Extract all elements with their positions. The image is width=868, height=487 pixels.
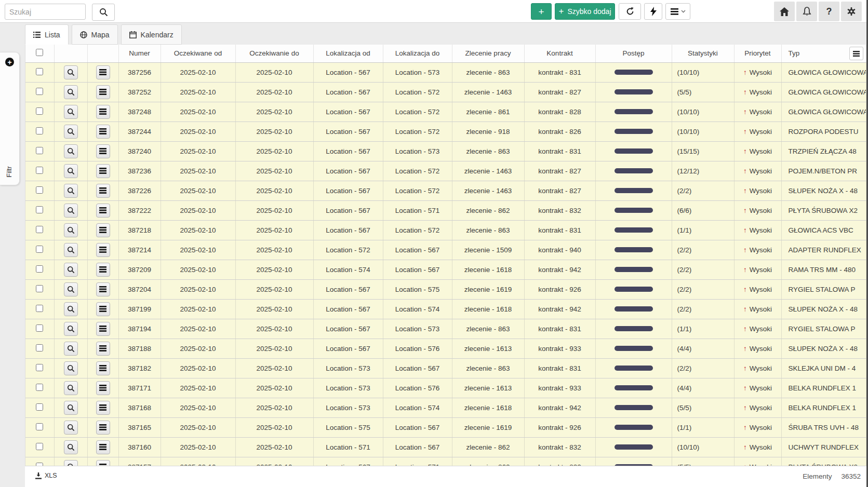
row-inspect-button[interactable] (64, 85, 78, 99)
table-row[interactable]: 387244 2025-02-10 2025-02-10 Location - … (25, 121, 866, 141)
table-row[interactable]: 387256 2025-02-10 2025-02-10 Location - … (25, 62, 866, 82)
row-menu-button[interactable] (96, 460, 110, 466)
row-inspect-button[interactable] (64, 460, 78, 466)
row-checkbox[interactable] (36, 167, 43, 174)
row-inspect-button[interactable] (64, 65, 78, 79)
row-checkbox[interactable] (36, 305, 43, 312)
row-checkbox[interactable] (36, 226, 43, 233)
expand-filter-button[interactable]: + (5, 58, 14, 66)
row-checkbox[interactable] (36, 265, 43, 273)
row-menu-button[interactable] (96, 204, 110, 218)
row-inspect-button[interactable] (64, 421, 78, 435)
row-inspect-button[interactable] (64, 204, 78, 218)
table-row[interactable]: 387188 2025-02-10 2025-02-10 Location - … (25, 339, 866, 358)
quick-add-button[interactable]: + Szybko dodaj (555, 3, 615, 20)
table-row[interactable]: 387182 2025-02-10 2025-02-10 Location - … (25, 358, 866, 378)
header-kontrakt[interactable]: Kontrakt (524, 45, 595, 62)
row-inspect-button[interactable] (64, 322, 78, 336)
table-row[interactable]: 387171 2025-02-10 2025-02-10 Location - … (25, 378, 866, 398)
table-row[interactable]: 387214 2025-02-10 2025-02-10 Location - … (25, 240, 866, 260)
row-checkbox[interactable] (36, 88, 43, 95)
table-row[interactable]: 387236 2025-02-10 2025-02-10 Location - … (25, 161, 866, 181)
row-menu-button[interactable] (96, 302, 110, 316)
row-inspect-button[interactable] (64, 263, 78, 277)
header-numer[interactable]: Numer (118, 45, 161, 62)
row-inspect-button[interactable] (64, 302, 78, 316)
tab-mapa[interactable]: Mapa (72, 24, 118, 45)
notifications-button[interactable] (796, 2, 817, 21)
table-row[interactable]: 387194 2025-02-10 2025-02-10 Location - … (25, 319, 866, 339)
row-menu-button[interactable] (96, 401, 110, 415)
actions-menu-button[interactable] (665, 3, 690, 20)
search-button[interactable] (92, 4, 115, 21)
row-checkbox[interactable] (36, 68, 43, 75)
row-menu-button[interactable] (96, 164, 110, 178)
header-postep[interactable]: Postęp (595, 45, 672, 62)
row-menu-button[interactable] (96, 342, 110, 356)
column-settings-button[interactable] (849, 47, 863, 60)
row-menu-button[interactable] (96, 263, 110, 277)
row-checkbox[interactable] (36, 344, 43, 351)
row-checkbox[interactable] (36, 403, 43, 411)
header-lokalizacja-do[interactable]: Lokalizacja do (383, 45, 452, 62)
row-menu-button[interactable] (96, 65, 110, 79)
tab-lista[interactable]: Lista (25, 24, 69, 45)
row-checkbox[interactable] (36, 285, 43, 292)
row-checkbox[interactable] (36, 384, 43, 391)
row-checkbox[interactable] (36, 364, 43, 371)
row-menu-button[interactable] (96, 85, 110, 99)
row-checkbox[interactable] (36, 443, 43, 450)
table-row[interactable]: 387218 2025-02-10 2025-02-10 Location - … (25, 220, 866, 240)
table-row[interactable]: 387240 2025-02-10 2025-02-10 Location - … (25, 141, 866, 161)
row-inspect-button[interactable] (64, 440, 78, 454)
table-row[interactable]: 387160 2025-02-10 2025-02-10 Location - … (25, 437, 866, 457)
row-checkbox[interactable] (36, 324, 43, 332)
header-zlecenie-pracy[interactable]: Zlecenie pracy (452, 45, 524, 62)
row-menu-button[interactable] (96, 322, 110, 336)
row-inspect-button[interactable] (64, 282, 78, 296)
row-checkbox[interactable] (36, 246, 43, 253)
home-button[interactable] (774, 2, 795, 21)
row-checkbox[interactable] (36, 107, 43, 115)
row-inspect-button[interactable] (64, 105, 78, 119)
table-row[interactable]: 387248 2025-02-10 2025-02-10 Location - … (25, 102, 866, 121)
refresh-button[interactable] (619, 3, 641, 20)
row-checkbox[interactable] (36, 127, 43, 134)
row-menu-button[interactable] (96, 381, 110, 395)
tab-kalendarz[interactable]: Kalendarz (121, 24, 182, 45)
row-inspect-button[interactable] (64, 361, 78, 375)
table-row[interactable]: 387252 2025-02-10 2025-02-10 Location - … (25, 82, 866, 102)
settings-button[interactable] (841, 2, 862, 21)
table-row[interactable]: 387157 2025-02-10 2025-02-10 Location - … (25, 457, 866, 466)
filter-panel-label[interactable]: Filtr (5, 166, 13, 178)
header-statystyki[interactable]: Statystyki (672, 45, 734, 62)
header-oczekiwane-od[interactable]: Oczekiwane od (161, 45, 235, 62)
row-menu-button[interactable] (96, 125, 110, 139)
row-checkbox[interactable] (36, 186, 43, 194)
export-xls-button[interactable]: XLS (35, 472, 57, 479)
row-menu-button[interactable] (96, 282, 110, 296)
row-inspect-button[interactable] (64, 223, 78, 237)
help-button[interactable]: ? (819, 2, 839, 21)
row-menu-button[interactable] (96, 223, 110, 237)
row-menu-button[interactable] (96, 243, 110, 257)
select-all-checkbox[interactable] (36, 49, 43, 56)
row-menu-button[interactable] (96, 144, 110, 158)
row-inspect-button[interactable] (64, 381, 78, 395)
row-menu-button[interactable] (96, 105, 110, 119)
table-row[interactable]: 387204 2025-02-10 2025-02-10 Location - … (25, 279, 866, 299)
lightning-button[interactable] (644, 3, 662, 20)
table-row[interactable]: 387168 2025-02-10 2025-02-10 Location - … (25, 398, 866, 417)
search-input[interactable] (5, 4, 86, 20)
table-row[interactable]: 387222 2025-02-10 2025-02-10 Location - … (25, 200, 866, 220)
table-row[interactable]: 387209 2025-02-10 2025-02-10 Location - … (25, 260, 866, 279)
row-inspect-button[interactable] (64, 342, 78, 356)
row-menu-button[interactable] (96, 440, 110, 454)
row-checkbox[interactable] (36, 423, 43, 430)
table-row[interactable]: 387226 2025-02-10 2025-02-10 Location - … (25, 181, 866, 200)
table-row[interactable]: 387199 2025-02-10 2025-02-10 Location - … (25, 299, 866, 319)
row-menu-button[interactable] (96, 361, 110, 375)
row-menu-button[interactable] (96, 421, 110, 435)
row-inspect-button[interactable] (64, 184, 78, 198)
header-oczekiwanie-do[interactable]: Oczekiwanie do (235, 45, 313, 62)
